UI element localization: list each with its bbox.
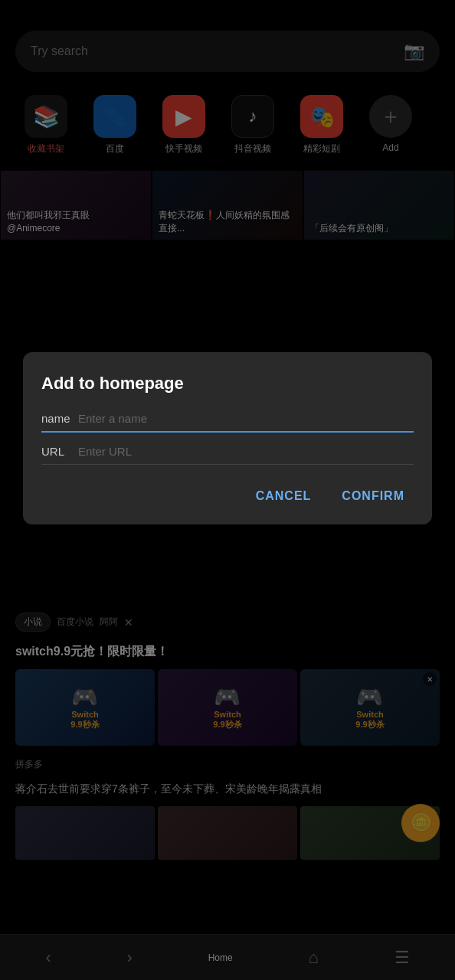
name-field-label: name [41,412,78,425]
url-field-label: URL [41,445,78,458]
name-input[interactable] [78,412,414,425]
name-field: name [41,412,414,433]
dialog-actions: CANCEL CONFIRM [41,483,414,509]
cancel-button[interactable]: CANCEL [247,483,321,509]
confirm-button[interactable]: CONFIRM [332,483,414,509]
url-field: URL [41,445,414,465]
add-to-homepage-dialog: Add to homepage name URL CANCEL CONFIRM [23,352,432,524]
url-input[interactable] [78,445,414,458]
dialog-title: Add to homepage [41,374,414,394]
